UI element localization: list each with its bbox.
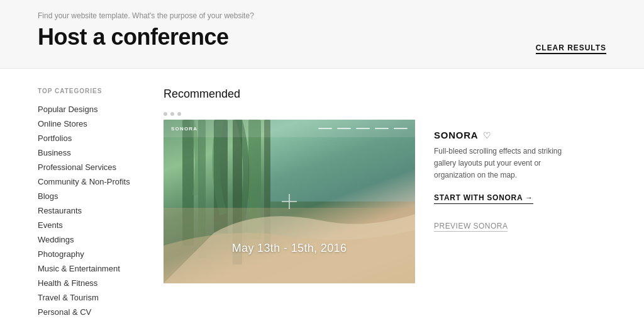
sidebar-item-professional-services[interactable]: Professional Services bbox=[38, 160, 138, 174]
content-area: Recommended bbox=[164, 88, 606, 319]
sidebar-item-blogs[interactable]: Blogs bbox=[38, 189, 138, 203]
preview-link[interactable]: PREVIEW SONORA bbox=[434, 222, 508, 232]
sidebar-item-travel[interactable]: Travel & Tourism bbox=[38, 290, 138, 305]
sidebar-heading: TOP CATEGORIES bbox=[38, 88, 138, 94]
main-content: TOP CATEGORIES Popular Designs Online St… bbox=[0, 69, 644, 335]
dot-3 bbox=[177, 112, 181, 116]
heart-icon[interactable]: ♡ bbox=[483, 130, 491, 140]
sidebar-item-music[interactable]: Music & Entertainment bbox=[38, 261, 138, 276]
template-crosshair bbox=[282, 194, 297, 209]
sidebar-item-community[interactable]: Community & Non-Profits bbox=[38, 174, 138, 189]
clear-results-button[interactable]: CLEAR RESULTS bbox=[536, 43, 606, 54]
template-logo: SONORA bbox=[171, 126, 197, 132]
template-navbar: SONORA bbox=[164, 120, 415, 137]
sidebar: TOP CATEGORIES Popular Designs Online St… bbox=[38, 88, 138, 319]
sidebar-item-events[interactable]: Events bbox=[38, 218, 138, 232]
preview-dots bbox=[164, 112, 415, 116]
template-image[interactable]: SONORA May 13th - 15th, 2016 bbox=[164, 120, 415, 283]
header-section: Find your website template. What's the p… bbox=[0, 0, 644, 69]
dot-1 bbox=[164, 112, 167, 116]
dot-2 bbox=[170, 112, 174, 116]
template-date: May 13th - 15th, 2016 bbox=[164, 242, 415, 255]
header-subtitle: Find your website template. What's the p… bbox=[38, 11, 606, 20]
sidebar-item-popular-designs[interactable]: Popular Designs bbox=[38, 102, 138, 116]
template-description: Full-bleed scrolling effects and strikin… bbox=[434, 145, 572, 182]
template-name: SONORA bbox=[434, 130, 478, 140]
nav-item-4 bbox=[375, 128, 389, 129]
template-name-row: SONORA ♡ bbox=[434, 130, 606, 140]
nav-item-5 bbox=[394, 128, 408, 129]
sidebar-item-photography[interactable]: Photography bbox=[38, 247, 138, 261]
template-showcase: SONORA May 13th - 15th, 2016 bbox=[164, 112, 606, 283]
template-nav-items bbox=[318, 128, 408, 129]
sidebar-item-online-stores[interactable]: Online Stores bbox=[38, 116, 138, 131]
nav-item-1 bbox=[318, 128, 332, 129]
sidebar-item-business[interactable]: Business bbox=[38, 145, 138, 160]
sidebar-item-weddings[interactable]: Weddings bbox=[38, 232, 138, 247]
recommended-heading: Recommended bbox=[164, 88, 606, 101]
template-preview: SONORA May 13th - 15th, 2016 bbox=[164, 112, 415, 283]
sidebar-item-health[interactable]: Health & Fitness bbox=[38, 276, 138, 290]
nav-item-3 bbox=[356, 128, 370, 129]
sidebar-item-portfolios[interactable]: Portfolios bbox=[38, 131, 138, 145]
nav-item-2 bbox=[337, 128, 351, 129]
template-info: SONORA ♡ Full-bleed scrolling effects an… bbox=[434, 112, 606, 230]
sidebar-item-personal[interactable]: Personal & CV bbox=[38, 305, 138, 319]
page-title: Host a conference bbox=[38, 24, 606, 50]
start-with-button[interactable]: START WITH SONORA → bbox=[434, 193, 533, 204]
sidebar-item-restaurants[interactable]: Restaurants bbox=[38, 203, 138, 218]
